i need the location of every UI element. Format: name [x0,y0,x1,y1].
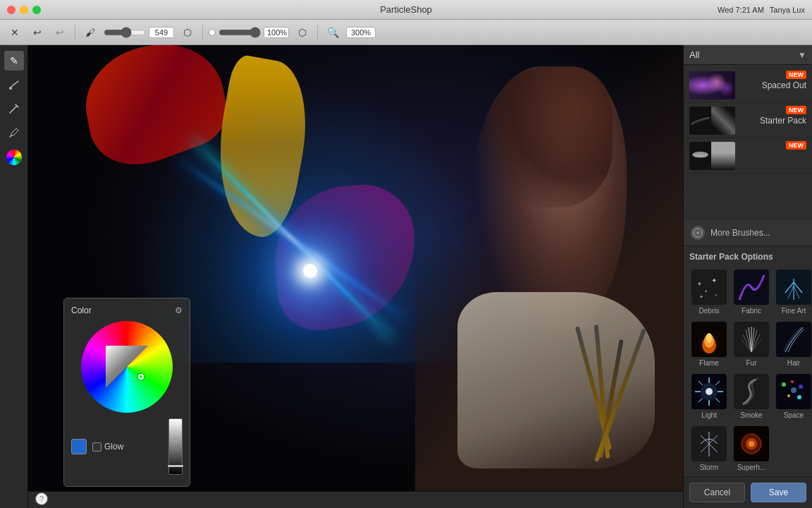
svg-line-27 [715,398,720,402]
brush-thumb-smoke [734,374,769,409]
help-button[interactable]: ? [35,492,48,505]
brush-tool-btn[interactable]: 🖌 [81,23,99,42]
color-panel-settings-icon[interactable]: ⚙ [175,306,183,315]
brush-category-dropdown[interactable]: All ▼ [684,45,812,65]
brush-thumb-label-hair: Hair [787,359,800,367]
svg-line-14 [751,327,754,352]
opacity-dot [209,29,216,36]
size-slider-container: 549 [104,27,174,38]
right-panel: All ▼ Spaced Out NEW Starter Pack [683,45,812,508]
color-wheel[interactable] [81,321,173,413]
brush-tool2-btn[interactable] [4,75,24,95]
light-ray-effect [169,116,416,363]
brush-preview-third [689,142,735,170]
brush-thumb-fur [734,322,769,357]
brush-thumb-label-fur: Fur [746,359,757,367]
brush-item-spaced-out[interactable]: Spaced Out NEW [684,68,812,103]
center-star [303,264,317,278]
svg-point-11 [706,333,712,343]
glow-checkbox[interactable] [92,442,102,452]
brush-item-starter-pack[interactable]: Starter Pack NEW [684,103,812,138]
cancel-button[interactable]: Cancel [689,483,745,502]
svg-point-42 [749,441,754,447]
color-picker-dot[interactable] [138,374,144,380]
color-swatch[interactable] [71,439,87,454]
opacity-value: 100% [264,27,289,38]
paint-tool-btn[interactable]: ✎ [4,51,24,71]
search-btn[interactable]: 🔍 [324,23,342,42]
statusbar: ? [28,491,683,508]
brush-thumb-label-smoke: Smoke [740,411,762,419]
brush-thumb-fabric [734,270,769,305]
starter-pack-title: Starter Pack Options [689,252,806,262]
brightness-bar[interactable] [168,418,183,475]
svg-line-16 [751,329,757,352]
brush-option-smoke[interactable]: Smoke [732,372,771,421]
brush-option-flame[interactable]: Flame [689,320,729,369]
redo-btn[interactable]: ↩ [51,23,69,42]
size-icon: ⬡ [178,23,197,42]
eyedropper-btn[interactable] [4,123,24,143]
svg-line-29 [699,398,703,402]
brush-option-storm[interactable]: Storm [689,424,729,473]
brush-option-superhero[interactable]: Superh... [732,424,771,473]
more-brushes-label: More Brushes... [710,228,770,238]
smudge-tool-btn[interactable] [4,99,24,119]
brush-thumb-label-light: Light [701,411,717,419]
new-badge-third: NEW [786,141,806,150]
svg-line-15 [746,329,751,352]
separator1 [75,25,75,40]
brush-item-third[interactable]: NEW [684,138,812,174]
canvas-area[interactable]: Color ⚙ Glow ? [28,45,683,508]
brush-thumb-hair [776,322,811,357]
brush-thumb-label-fabric: Fabric [742,307,761,315]
left-sidebar: ✎ [0,45,28,508]
close-button[interactable] [7,6,16,14]
glow-container: Glow [92,442,123,452]
figure-hair [486,66,613,207]
window-title: ParticleShop [380,4,432,15]
save-button[interactable]: Save [751,483,806,502]
svg-point-30 [701,383,718,400]
brush-option-fine-art[interactable]: Fine Art [774,267,812,317]
color-panel: Color ⚙ Glow [63,298,190,487]
zoom-display: 300% [346,27,376,38]
brush-option-fur[interactable]: Fur [732,320,771,369]
svg-point-35 [797,395,801,399]
brush-thumb-label-space: Space [784,411,804,419]
brush-option-light[interactable]: Light [689,372,729,421]
brush-thumb-label-superhero: Superh... [737,464,766,471]
titlebar-right: Wed 7:21 AM Tanya Lux [718,6,805,14]
opacity-slider-container: 100% [209,27,289,38]
size-slider[interactable] [104,27,146,38]
brush-option-debris[interactable]: ✦ ✦ ✦ ✦ ✦ Debris [689,267,729,317]
maximize-button[interactable] [32,6,41,14]
new-badge-starter-pack: NEW [786,106,806,114]
separator3 [317,25,318,40]
user-display: Tanya Lux [770,6,805,14]
opacity-slider[interactable] [219,27,261,38]
glow-label: Glow [104,442,123,452]
brush-option-space[interactable]: Space [774,372,812,421]
brush-thumb-fine-art [776,270,811,305]
svg-point-36 [791,387,796,393]
brush-list: Spaced Out NEW Starter Pack NEW [684,65,812,220]
undo-btn[interactable]: ↩ [28,23,47,42]
color-panel-title: Color [71,306,92,315]
color-wheel-container[interactable] [81,321,173,413]
more-brushes-btn[interactable]: More Brushes... [684,220,812,246]
brush-thumb-label-flame: Flame [699,359,719,367]
main-layout: ✎ [0,45,812,508]
color-wheel-tool[interactable] [6,150,22,165]
brush-option-hair[interactable]: Hair [774,320,812,369]
color-wheel-inner [106,346,148,388]
select-tool-btn[interactable]: ✕ [6,23,24,42]
brush-option-fabric[interactable]: Fabric [732,267,771,317]
brush-thumb-light [691,374,727,409]
time-display: Wed 7:21 AM [718,6,764,14]
minimize-button[interactable] [20,6,28,14]
titlebar: ParticleShop Wed 7:21 AM Tanya Lux [0,0,812,20]
brush-thumb-flame [691,322,727,357]
separator2 [202,25,203,40]
svg-text:✦: ✦ [697,281,702,287]
